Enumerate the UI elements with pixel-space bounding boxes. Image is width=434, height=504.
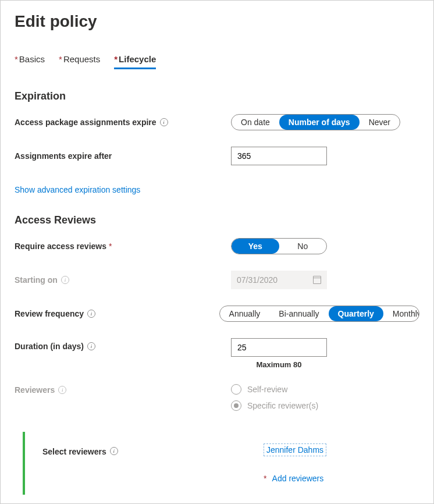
add-reviewers-link[interactable]: Add reviewers [272, 474, 324, 483]
radio-self-review-label: Self-review [247, 385, 287, 394]
expiration-heading: Expiration [15, 90, 419, 102]
assignments-expire-after-input[interactable] [231, 147, 327, 165]
tab-requests[interactable]: *Requests [59, 54, 100, 69]
info-icon: i [58, 386, 66, 394]
require-reviews-segmented: Yes No [231, 238, 327, 254]
info-icon[interactable]: i [87, 342, 95, 350]
expire-type-segmented: On date Number of days Never [231, 114, 400, 130]
select-reviewers-label: Select reviewers [42, 447, 106, 456]
required-star: * [59, 54, 62, 64]
starting-on-value: 07/31/2020 [237, 275, 278, 285]
reviewers-label: Reviewers [15, 385, 55, 395]
duration-input[interactable] [231, 338, 327, 357]
radio-specific-reviewers-label: Specific reviewer(s) [247, 401, 318, 410]
seg-number-of-days[interactable]: Number of days [279, 115, 360, 130]
tab-requests-label: Requests [63, 54, 100, 64]
required-star: * [15, 54, 18, 64]
seg-quarterly[interactable]: Quarterly [329, 306, 383, 321]
seg-bi-annually[interactable]: Bi-annually [269, 306, 328, 321]
assignments-expire-after-label: Assignments expire after [15, 151, 112, 161]
info-icon: i [61, 276, 69, 284]
required-star: * [114, 54, 118, 64]
reviewer-chip[interactable]: Jennifer Dahms [264, 443, 326, 456]
info-icon[interactable]: i [110, 447, 118, 455]
required-star: * [264, 474, 266, 483]
radio-icon [231, 400, 241, 411]
seg-monthly[interactable]: Monthly [383, 306, 419, 321]
radio-specific-reviewers: Specific reviewer(s) [231, 400, 318, 411]
assignments-expire-label: Access package assignments expire [15, 118, 156, 127]
radio-icon [231, 384, 241, 395]
require-access-reviews-label: Require access reviews [15, 242, 106, 251]
advanced-expiration-link[interactable]: Show advanced expiration settings [15, 185, 140, 194]
review-frequency-segmented: Annually Bi-annually Quarterly Monthly [219, 306, 419, 322]
seg-yes[interactable]: Yes [232, 239, 279, 254]
starting-on-label: Starting on [15, 275, 58, 285]
info-icon[interactable]: i [87, 310, 95, 318]
starting-on-date: 07/31/2020 [231, 271, 327, 289]
tab-lifecycle[interactable]: *Lifecycle [114, 54, 156, 69]
page-title: Edit policy [15, 12, 419, 31]
seg-no[interactable]: No [279, 239, 327, 254]
seg-annually[interactable]: Annually [220, 306, 270, 321]
calendar-icon [313, 276, 321, 284]
tabs-bar: *Basics *Requests *Lifecycle [15, 54, 419, 69]
required-star: * [109, 242, 112, 251]
tab-basics[interactable]: *Basics [15, 54, 45, 69]
review-frequency-label: Review frequency [15, 309, 84, 318]
tab-lifecycle-label: Lifecycle [119, 54, 156, 64]
select-reviewers-block: Select reviewers i Jennifer Dahms * Add … [23, 432, 419, 495]
tab-basics-label: Basics [19, 54, 45, 64]
duration-label: Duration (in days) [15, 342, 84, 351]
info-icon[interactable]: i [160, 118, 168, 126]
seg-never[interactable]: Never [360, 115, 400, 130]
seg-on-date[interactable]: On date [232, 115, 279, 130]
access-reviews-heading: Access Reviews [15, 214, 419, 226]
duration-hint: Maximum 80 [231, 360, 327, 369]
radio-self-review: Self-review [231, 384, 318, 395]
